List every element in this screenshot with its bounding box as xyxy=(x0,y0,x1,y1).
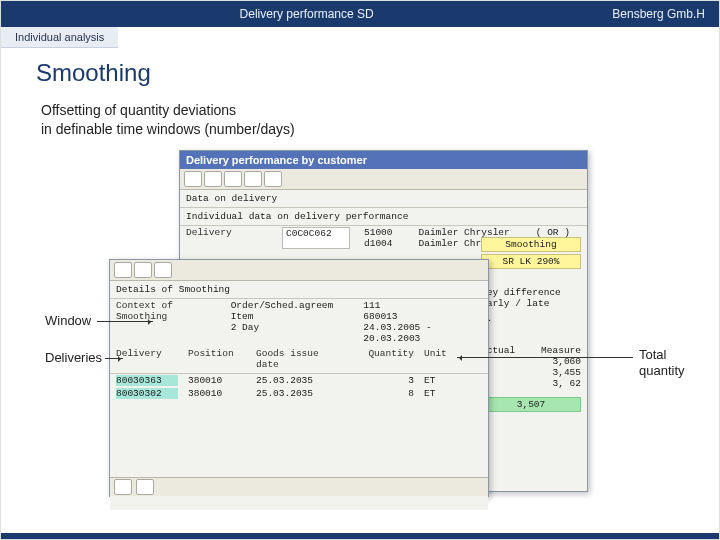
arrow-to-window xyxy=(97,321,153,322)
cell-unit: ET xyxy=(424,375,454,386)
toolbar-button-icon[interactable] xyxy=(154,262,172,278)
slide-footer-bar xyxy=(1,533,719,539)
arrow-to-deliveries xyxy=(105,358,123,359)
cell-qty: 3 xyxy=(354,375,414,386)
cell-delivery: 80030302 xyxy=(116,388,178,399)
col-quantity: Quantity xyxy=(354,348,414,370)
label: Order/Sched.agreem xyxy=(231,300,334,311)
value: 24.03.2005 - 20.03.2003 xyxy=(363,322,482,344)
label: Item xyxy=(231,311,334,322)
cell-unit: ET xyxy=(424,388,454,399)
screenshot-front-window: Details of Smoothing Context of Smoothin… xyxy=(109,259,489,497)
value: 2 xyxy=(481,324,581,335)
back-right-summary: Smoothing SR LK 290% Key difference earl… xyxy=(481,237,581,412)
value-badge: SR LK 290% xyxy=(481,254,581,269)
value: 111 xyxy=(363,300,482,311)
col-header: Measure xyxy=(541,345,581,356)
cell-date: 25.03.2035 xyxy=(256,375,344,386)
callout-window: Window xyxy=(45,313,91,328)
label: Context of Smoothing xyxy=(116,300,225,344)
toolbar-button-icon[interactable] xyxy=(224,171,242,187)
subtitle-line-1: Offsetting of quantity deviations xyxy=(41,101,295,120)
label: Key difference xyxy=(481,287,581,298)
label: Delivery xyxy=(186,227,276,249)
callout-total: Total quantity xyxy=(639,347,685,378)
value: d1004 xyxy=(364,238,393,249)
back-section-1: Data on delivery xyxy=(180,190,587,208)
label: early / late xyxy=(481,298,581,309)
back-win-title: Delivery performance by customer xyxy=(180,151,587,169)
arrow-from-total xyxy=(457,357,633,358)
col-goods-issue-date: Goods issue date xyxy=(256,348,344,370)
slide-header: Delivery performance SD Bensberg Gmb.H xyxy=(1,1,719,27)
cell-position: 380010 xyxy=(188,388,246,399)
label: 2 Day xyxy=(231,322,334,333)
smoothing-badge: Smoothing xyxy=(481,237,581,252)
back-section-2: Individual data on delivery performance xyxy=(180,208,587,226)
context-row: Context of Smoothing Order/Sched.agreem … xyxy=(110,299,488,345)
status-icon[interactable] xyxy=(136,479,154,495)
callout-total-line2: quantity xyxy=(639,363,685,379)
header-title: Delivery performance SD xyxy=(1,7,612,21)
cell-date: 25.03.2035 xyxy=(256,388,344,399)
table-row: 80030363 380010 25.03.2035 3 ET xyxy=(110,374,488,387)
toolbar-button-icon[interactable] xyxy=(134,262,152,278)
front-statusbar xyxy=(110,477,488,496)
table-row: 80030302 380010 25.03.2035 8 ET xyxy=(110,387,488,400)
callout-total-line1: Total xyxy=(639,347,685,363)
toolbar-button-icon[interactable] xyxy=(114,262,132,278)
page-title: Smoothing xyxy=(36,59,151,87)
value: 1. xyxy=(481,313,581,324)
value: 3,455 xyxy=(552,367,581,378)
front-win-toolbar xyxy=(110,260,488,281)
col-delivery: Delivery xyxy=(116,348,178,370)
table-header: Delivery Position Goods issue date Quant… xyxy=(110,345,488,374)
cell-qty: 8 xyxy=(354,388,414,399)
front-win-title: Details of Smoothing xyxy=(110,281,488,299)
toolbar-button-icon[interactable] xyxy=(184,171,202,187)
cell-delivery: 80030363 xyxy=(116,375,178,386)
toolbar-button-icon[interactable] xyxy=(204,171,222,187)
col-position: Position xyxy=(188,348,246,370)
status-icon[interactable] xyxy=(114,479,132,495)
breadcrumb-tab: Individual analysis xyxy=(1,27,118,48)
value: 680013 xyxy=(363,311,482,322)
total-badge: 3,507 xyxy=(481,397,581,412)
value: 3, 62 xyxy=(552,378,581,389)
header-brand: Bensberg Gmb.H xyxy=(612,7,719,21)
delivery-number: C0C0C062 xyxy=(282,227,350,249)
subtitle-line-2: in definable time windows (number/days) xyxy=(41,120,295,139)
callout-deliveries: Deliveries xyxy=(45,350,102,365)
col-unit: Unit xyxy=(424,348,454,370)
toolbar-button-icon[interactable] xyxy=(264,171,282,187)
toolbar-button-icon[interactable] xyxy=(244,171,262,187)
value: 51000 xyxy=(364,227,393,238)
back-win-toolbar xyxy=(180,169,587,190)
cell-position: 380010 xyxy=(188,375,246,386)
page-subtitle: Offsetting of quantity deviations in def… xyxy=(41,101,295,139)
